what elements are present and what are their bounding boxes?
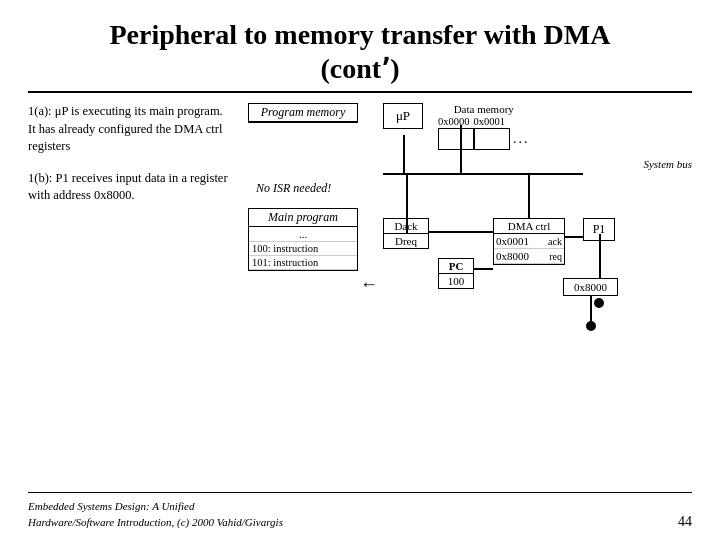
dma-ctrl-box: DMA ctrl 0x0001 ack 0x8000 req [493,218,565,265]
no-isr-label: No ISR needed! [256,181,331,196]
vert-datamem-line [460,125,462,173]
dot-p1 [594,298,604,308]
dreq-label: Dreq [384,234,428,248]
vert-bus-dma-line [528,173,530,223]
title-line1: Peripheral to memory transfer with DMA [109,19,610,50]
prog-mem-label: Program memory [249,104,357,122]
data-mem-addresses: 0x0000 0x0001 [438,116,530,127]
dma-addr2: 0x8000 [496,250,546,262]
program-memory-box: Program memory [248,103,358,123]
addr-vert-line [590,295,592,321]
description-1b: 1(b): P1 receives input data in a regist… [28,170,228,205]
system-bus-label: System bus [643,158,692,170]
pc-dma-hline [474,268,493,270]
dma-row-2: 0x8000 req [494,249,564,264]
main-prog-row1: 100: instruction [249,242,357,256]
dma-ctrl-label: DMA ctrl [494,219,564,234]
dma-signal1: ack [548,236,562,247]
data-mem-cell-1 [438,128,474,150]
diagram-area: Program memory No ISR needed! μP Data me… [238,103,692,492]
page-number: 44 [678,514,692,530]
footer-line1: Embedded Systems Design: A Unified [28,499,283,514]
dack-dma-line [429,231,493,233]
data-memory-section: Data memory 0x0000 0x0001 ... [438,103,530,150]
dma-row-1: 0x0001 ack [494,234,564,249]
dma-signal2: req [549,251,562,262]
data-mem-label: Data memory [438,103,530,115]
footer-line2: Hardware/Software Introduction, (c) 2000… [28,515,283,530]
vert-mup-line [403,135,405,173]
data-mem-dots: ... [513,131,530,147]
footer: Embedded Systems Design: A Unified Hardw… [28,492,692,530]
mu-p-box: μP [383,103,423,129]
bus-dack-vline [406,173,408,233]
main-prog-header: Main program [249,209,357,227]
addr-0x8000-box: 0x8000 [563,278,618,296]
main-prog-row2: 101: instruction [249,256,357,270]
p1-vert-line [599,234,601,278]
data-mem-addr2: 0x0001 [474,116,506,127]
main-program-box: Main program ... 100: instruction 101: i… [248,208,358,271]
dot-addr [586,321,596,331]
title-line2: (contʼ) [321,53,400,84]
data-mem-cell-2 [474,128,510,150]
pc-box: PC 100 [438,258,474,289]
arrow-to-prog: ← [360,275,378,293]
description-1a: 1(a): μP is executing its main program. … [28,103,228,156]
system-bus-line [383,173,583,175]
data-mem-boxes [438,128,510,150]
slide-title: Peripheral to memory transfer with DMA (… [28,18,692,85]
dma-addr1: 0x0001 [496,235,545,247]
data-mem-addr1: 0x0000 [438,116,470,127]
description-panel: 1(a): μP is executing its main program. … [28,103,238,492]
pc-value: 100 [439,274,473,288]
dma-p1-line [565,236,583,238]
main-prog-dots: ... [249,227,357,242]
pc-label: PC [439,259,473,274]
footer-citation: Embedded Systems Design: A Unified Hardw… [28,499,283,530]
